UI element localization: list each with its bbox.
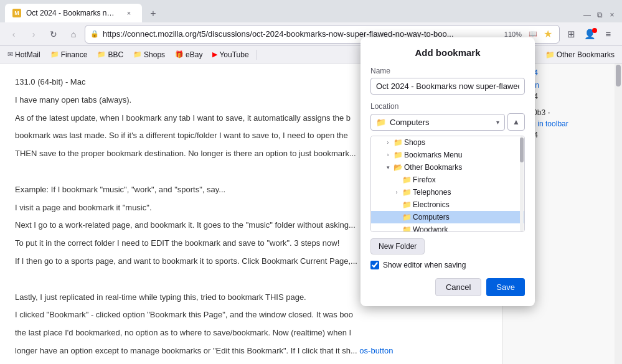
page-line-15: the last place I'd bookmarked, no option… — [15, 327, 488, 340]
scrollbar-thumb[interactable] — [616, 65, 621, 86]
forward-button[interactable]: › — [25, 26, 42, 43]
folder-computers-icon: 📁 — [402, 213, 412, 222]
bbc-folder-icon: 📁 — [97, 50, 106, 58]
expand-firefox-icon — [392, 175, 401, 184]
tree-scrollbar-track[interactable] — [520, 136, 524, 231]
show-editor-label: Show editor when saving — [383, 261, 466, 269]
shops-folder-icon: 📁 — [133, 50, 142, 58]
folder-telephones-icon: 📁 — [402, 188, 412, 197]
new-tab-button[interactable]: + — [144, 5, 162, 22]
bookmark-shops[interactable]: 📁 Shops — [131, 50, 167, 59]
cancel-button[interactable]: Cancel — [435, 278, 481, 296]
zoom-level[interactable]: 110% — [502, 30, 524, 38]
tree-item-electronics[interactable]: 📁 Electronics — [371, 198, 524, 211]
save-button[interactable]: Save — [486, 278, 525, 296]
dialog-button-row: Cancel Save — [370, 278, 525, 296]
folder-bookmarks-menu-icon: 📁 — [393, 151, 403, 159]
expand-electronics-icon — [392, 200, 401, 209]
folder-firefox-icon: 📁 — [402, 175, 412, 184]
menu-button[interactable]: ≡ — [600, 26, 617, 43]
tree-item-firefox[interactable]: 📁 Firefox — [371, 174, 524, 186]
tree-item-telephones[interactable]: › 📁 Telephones — [371, 186, 524, 198]
add-bookmark-dialog: Add bookmark Name Location 📁 Computers ▾… — [360, 37, 535, 306]
back-button[interactable]: ‹ — [5, 26, 22, 43]
notification-badge — [592, 28, 597, 33]
bookmark-star-icon[interactable]: ★ — [542, 28, 554, 40]
name-label: Name — [370, 67, 525, 75]
minimize-button[interactable]: — — [582, 10, 592, 20]
bookmark-ebay[interactable]: 🎁 eBay — [172, 50, 205, 59]
location-label: Location — [370, 102, 525, 111]
expand-bookmarks-menu-icon: › — [384, 151, 392, 159]
new-folder-button[interactable]: New Folder — [370, 238, 425, 254]
ebay-icon: 🎁 — [175, 50, 184, 58]
tree-item-computers[interactable]: 📁 Computers — [371, 211, 524, 223]
location-row: 📁 Computers ▾ ▲ — [370, 113, 525, 131]
name-input[interactable] — [370, 78, 525, 95]
expand-shops-icon: › — [384, 138, 392, 147]
reload-button[interactable]: ↻ — [45, 26, 62, 43]
dialog-title: Add bookmark — [370, 47, 525, 58]
page-line-14: I clicked "Bookmark" - clicked option "B… — [15, 309, 488, 322]
folder-electronics-icon: 📁 — [402, 200, 412, 209]
restore-button[interactable]: ⧉ — [595, 10, 605, 20]
finance-folder-icon: 📁 — [50, 50, 59, 58]
folder-other-bookmarks-icon: 📂 — [393, 163, 403, 172]
location-folder-icon: 📁 — [376, 118, 386, 127]
expand-woodwork-icon — [392, 225, 401, 232]
vertical-scrollbar[interactable] — [615, 63, 622, 364]
tab-close-button[interactable]: × — [123, 7, 134, 19]
close-button[interactable]: × — [607, 10, 617, 20]
folder-shops-icon: 📁 — [393, 138, 403, 147]
browser-tab[interactable]: M Oct 2024 - Bookmarks now super-flawed … — [5, 4, 142, 22]
page-line-16: longer have an option except to manage b… — [15, 345, 488, 358]
lock-icon: 🔒 — [90, 30, 99, 38]
tab-favicon: M — [12, 9, 21, 17]
tree-item-other-bookmarks[interactable]: ▾ 📂 Other Bookmarks — [371, 161, 524, 174]
extensions-button[interactable]: ⊞ — [562, 26, 580, 43]
hotmail-icon: ✉ — [7, 50, 13, 58]
location-dropdown-text: Computers — [390, 118, 492, 127]
bookmark-finance[interactable]: 📁 Finance — [48, 50, 90, 59]
home-button[interactable]: ⌂ — [65, 26, 82, 43]
folder-tree[interactable]: › 📁 Shops › 📁 Bookmarks Menu ▾ 📂 Other B… — [370, 136, 525, 232]
account-button[interactable]: 👤 — [581, 26, 598, 43]
location-dropdown[interactable]: 📁 Computers ▾ — [370, 114, 505, 131]
bookmark-youtube[interactable]: ▶ YouTube — [210, 50, 251, 59]
expand-computers-icon — [392, 213, 401, 222]
os-button-link[interactable]: os-button — [359, 346, 393, 355]
folder-woodwork-icon: 📁 — [402, 225, 412, 232]
folder-icon: 📁 — [545, 50, 555, 59]
location-chevron-icon: ▾ — [496, 119, 499, 126]
show-editor-row: Show editor when saving — [370, 261, 525, 269]
bookmark-hotmail[interactable]: ✉ HotMail — [5, 50, 43, 59]
tree-item-bookmarks-menu[interactable]: › 📁 Bookmarks Menu — [371, 149, 524, 161]
show-editor-checkbox[interactable] — [370, 261, 379, 269]
tab-title: Oct 2024 - Bookmarks now super-flawed - … — [26, 9, 118, 17]
bookmarks-separator — [257, 50, 257, 60]
youtube-icon: ▶ — [212, 50, 217, 58]
tree-item-woodwork[interactable]: 📁 Woodwork — [371, 223, 524, 232]
tree-item-shops[interactable]: › 📁 Shops — [371, 136, 524, 149]
other-bookmarks-button[interactable]: 📁 Other Bookmarks — [543, 50, 617, 59]
expand-telephones-icon: › — [392, 188, 401, 197]
bookmark-bbc[interactable]: 📁 BBC — [95, 50, 126, 59]
expand-other-bookmarks-icon: ▾ — [384, 163, 392, 172]
tree-scrollbar-thumb[interactable] — [520, 138, 524, 162]
location-expand-button[interactable]: ▲ — [507, 113, 525, 131]
